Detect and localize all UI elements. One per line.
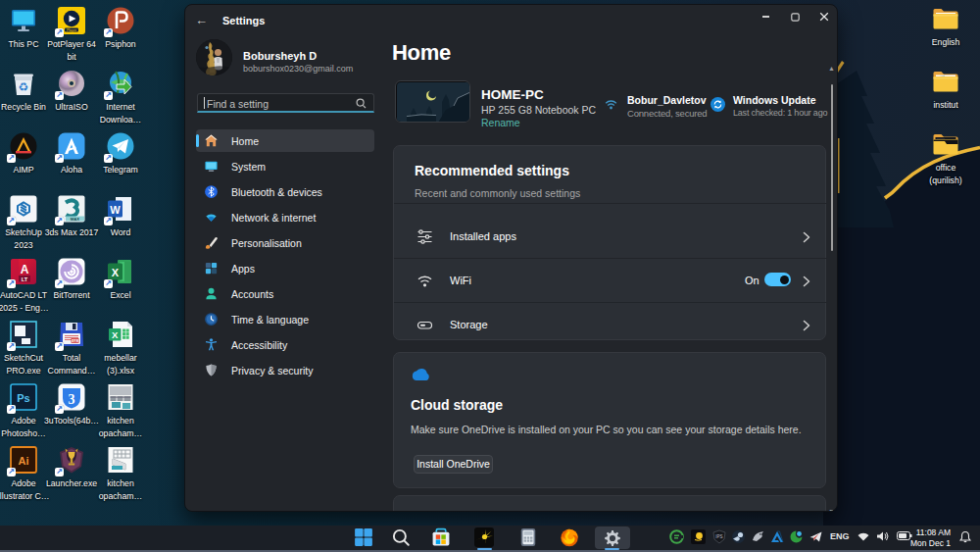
svg-text:Ai: Ai <box>19 455 29 467</box>
svg-text:LT: LT <box>22 276 28 282</box>
svg-text:MAX: MAX <box>71 217 80 222</box>
svg-text:Player: Player <box>67 28 77 32</box>
svg-text:X: X <box>112 329 119 340</box>
svg-text:A: A <box>21 263 29 276</box>
svg-text:Ps: Ps <box>17 392 29 404</box>
svg-text:♻: ♻ <box>19 80 29 94</box>
svg-text:IPS: IPS <box>715 534 722 539</box>
svg-text:W: W <box>110 204 121 216</box>
svg-text:64: 64 <box>74 339 77 343</box>
svg-text:X: X <box>112 267 120 278</box>
svg-text:3: 3 <box>69 392 75 407</box>
